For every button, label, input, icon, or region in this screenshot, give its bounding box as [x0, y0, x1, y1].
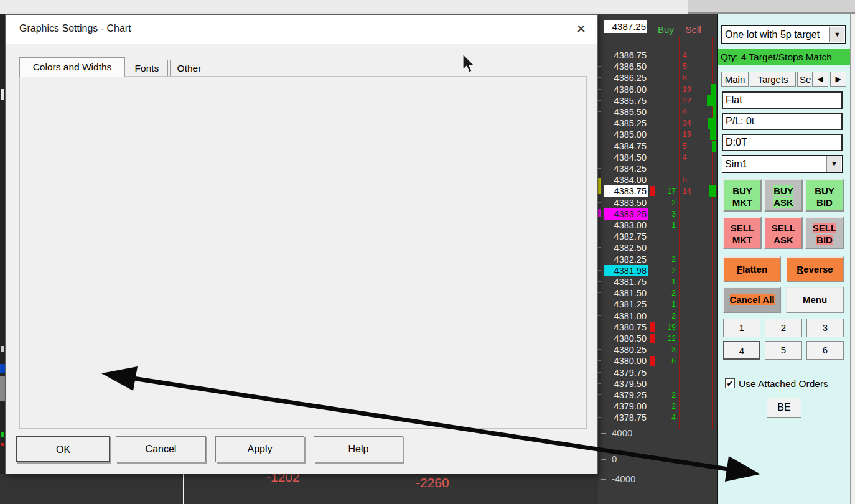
buy-mkt-button[interactable]: BUY MKT — [723, 179, 762, 212]
tab-fonts[interactable]: Fonts — [126, 60, 168, 77]
ladder-row[interactable]: 4383.001 — [598, 220, 717, 231]
ladder-row[interactable]: 4378.754 — [598, 412, 717, 423]
ladder-row[interactable]: 4385.506 — [598, 106, 717, 118]
qty-button-3[interactable]: 3 — [806, 319, 844, 337]
ladder-row[interactable]: 4379.50 — [598, 378, 717, 390]
price-cell[interactable]: 4380.50 — [604, 333, 648, 344]
buy-bid-button[interactable]: BUY BID — [805, 179, 844, 212]
buy-qty-cell[interactable]: 12 — [658, 333, 676, 344]
sell-qty-cell[interactable]: 4 — [683, 50, 704, 61]
reverse-button[interactable]: Reverse — [786, 256, 844, 282]
ladder-row[interactable]: 4379.002 — [598, 401, 717, 412]
price-cell[interactable]: 4385.25 — [604, 118, 648, 129]
ladder-row[interactable]: 4380.006 — [598, 355, 717, 366]
ok-button[interactable]: OK — [16, 436, 110, 462]
ladder-row[interactable]: 4385.2534 — [598, 118, 717, 129]
buy-qty-cell[interactable]: 2 — [658, 197, 676, 208]
price-cell[interactable]: 4382.25 — [604, 254, 648, 265]
qty-button-4[interactable]: 4 — [723, 341, 760, 360]
buy-qty-cell[interactable]: 3 — [658, 208, 676, 220]
buy-qty-cell[interactable]: 6 — [658, 355, 676, 366]
ladder-row[interactable]: 4383.253 — [598, 208, 717, 220]
sell-qty-cell[interactable]: 19 — [683, 129, 704, 140]
buy-qty-cell[interactable]: 1 — [658, 220, 676, 231]
buy-qty-cell[interactable]: 1 — [658, 276, 676, 287]
qty-button-6[interactable]: 6 — [806, 341, 844, 360]
price-cell[interactable]: 4382.75 — [604, 231, 648, 242]
price-cell[interactable]: 4378.75 — [604, 412, 648, 423]
sell-qty-cell[interactable]: 34 — [683, 118, 704, 129]
price-cell[interactable]: 4386.50 — [604, 61, 648, 72]
ladder-row[interactable]: 4379.252 — [598, 390, 717, 401]
price-cell[interactable]: 4384.50 — [604, 152, 648, 163]
tab-scroll-left-icon[interactable]: ◀ — [812, 72, 828, 87]
price-cell[interactable]: 4380.00 — [604, 355, 648, 366]
ladder-row[interactable]: 4380.5012 — [598, 333, 717, 344]
price-cell[interactable]: 4379.75 — [604, 367, 648, 378]
buy-qty-cell[interactable]: 2 — [658, 254, 676, 265]
price-cell[interactable]: 4383.75 — [604, 185, 648, 197]
cancel-all-button[interactable]: Cancel All — [723, 287, 781, 313]
tab-colors-and-widths[interactable]: Colors and Widths — [19, 57, 125, 77]
price-cell[interactable]: 4383.25 — [604, 208, 648, 220]
price-cell[interactable]: 4385.00 — [604, 129, 648, 140]
qty-button-5[interactable]: 5 — [765, 341, 802, 360]
price-cell[interactable]: 4379.25 — [604, 390, 648, 401]
price-cell[interactable]: 4380.25 — [604, 344, 648, 355]
apply-button[interactable]: Apply — [215, 436, 304, 462]
price-cell[interactable]: 4383.00 — [604, 220, 648, 231]
price-cell[interactable]: 4386.75 — [604, 50, 648, 61]
sell-qty-cell[interactable]: 5 — [683, 174, 704, 185]
buy-qty-cell[interactable]: 2 — [658, 265, 676, 276]
sell-mkt-button[interactable]: SELL MKT — [723, 217, 762, 249]
tab-scroll-right-icon[interactable]: ▶ — [830, 72, 846, 87]
price-cell[interactable]: 4385.75 — [604, 95, 648, 106]
ladder-row[interactable]: 4381.751 — [598, 276, 717, 287]
ladder-row[interactable]: 4382.50 — [598, 242, 717, 253]
last-price-box[interactable]: 4387.25 — [604, 20, 647, 33]
tab-targets[interactable]: Targets — [750, 72, 796, 87]
close-icon[interactable]: ✕ — [572, 21, 590, 38]
ladder-row[interactable]: 4381.251 — [598, 299, 717, 310]
price-cell[interactable]: 4381.75 — [604, 276, 648, 287]
ladder-row[interactable]: 4386.258 — [598, 72, 717, 83]
sell-qty-cell[interactable]: 5 — [683, 61, 704, 72]
ladder-row[interactable]: 4385.0019 — [598, 129, 717, 140]
ladder-row[interactable]: 4380.7519 — [598, 322, 717, 333]
sell-qty-cell[interactable]: 22 — [683, 95, 704, 106]
price-cell[interactable]: 4384.75 — [604, 141, 648, 152]
price-cell[interactable]: 4384.00 — [604, 174, 648, 185]
sell-qty-cell[interactable]: 4 — [683, 152, 704, 163]
breakeven-button[interactable]: BE — [767, 398, 801, 418]
buy-qty-cell[interactable]: 2 — [658, 310, 676, 322]
ladder-row[interactable]: 4379.75 — [598, 367, 717, 378]
buy-qty-cell[interactable]: 1 — [658, 299, 676, 310]
ladder-row[interactable]: 4384.504 — [598, 152, 717, 163]
price-cell[interactable]: 4386.25 — [604, 72, 648, 83]
chevron-down-icon[interactable]: ▼ — [829, 27, 844, 42]
order-preset-dropdown[interactable]: One lot with 5p target ▼ — [721, 25, 846, 44]
ladder-row[interactable]: 4386.0019 — [598, 84, 717, 95]
price-cell[interactable]: 4386.00 — [604, 84, 648, 95]
sell-qty-cell[interactable]: 5 — [683, 141, 704, 152]
qty-button-2[interactable]: 2 — [765, 319, 802, 337]
sell-qty-cell[interactable]: 8 — [683, 72, 704, 83]
price-cell[interactable]: 4385.50 — [604, 106, 648, 118]
cancel-button[interactable]: Cancel — [116, 436, 206, 462]
buy-ask-button[interactable]: BUY ASK — [764, 179, 803, 212]
account-dropdown[interactable]: Sim1 ▼ — [722, 155, 843, 173]
price-cell[interactable]: 4379.50 — [604, 378, 648, 390]
ladder-row[interactable]: 4385.7522 — [598, 95, 717, 106]
price-cell[interactable]: 4381.98 — [604, 265, 648, 276]
tab-other[interactable]: Other — [170, 60, 208, 77]
use-attached-orders-checkbox[interactable]: ✔ — [725, 378, 735, 388]
ladder-row[interactable]: 4382.252 — [598, 254, 717, 265]
price-cell[interactable]: 4380.75 — [604, 322, 648, 333]
flatten-button[interactable]: Flatten — [723, 256, 781, 282]
ladder-row[interactable]: 4382.75 — [598, 231, 717, 242]
ladder-row[interactable]: 4381.982 — [598, 265, 717, 276]
buy-qty-cell[interactable]: 2 — [658, 401, 676, 412]
ladder-row[interactable]: 4381.002 — [598, 310, 717, 322]
ladder-row[interactable]: 4384.25 — [598, 163, 717, 174]
ladder-row[interactable]: 4383.502 — [598, 197, 717, 208]
